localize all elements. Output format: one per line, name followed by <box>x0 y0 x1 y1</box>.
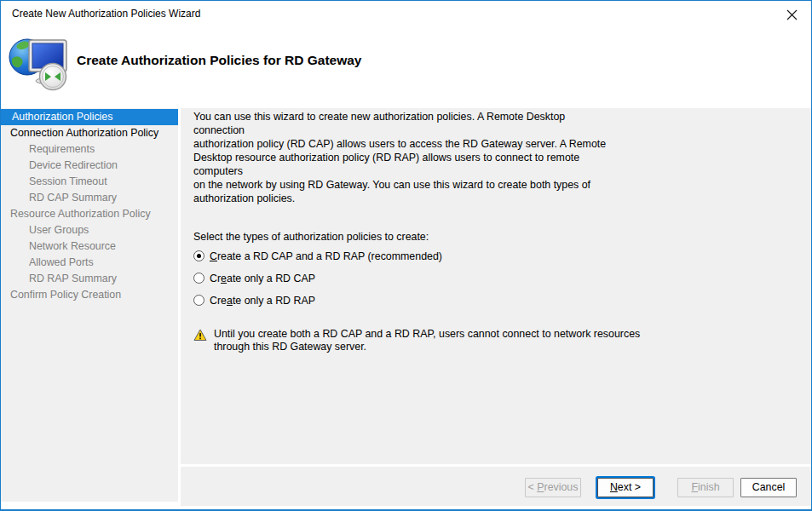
page-title: Create Authorization Policies for RD Gat… <box>77 53 361 68</box>
sidebar-item-rd-rap-summary: RD RAP Summary <box>1 271 178 287</box>
warning-note: Until you create both a RD CAP and a RD … <box>193 328 794 353</box>
previous-button[interactable]: < Previous <box>525 478 581 497</box>
sidebar-item-connection-authorization-policy: Connection Authorization Policy <box>1 125 178 141</box>
wizard-button-bar: < Previous Next > Finish Cancel <box>181 467 811 506</box>
sidebar-item-confirm-policy-creation: Confirm Policy Creation <box>1 287 178 303</box>
sidebar-item-device-redirection: Device Redirection <box>1 158 178 174</box>
wizard-page-content: You can use this wizard to create new au… <box>181 108 811 464</box>
sidebar-item-authorization-policies: Authorization Policies <box>1 109 178 125</box>
radio-button-selected[interactable] <box>193 250 204 261</box>
sidebar-item-rd-cap-summary: RD CAP Summary <box>1 190 178 206</box>
wizard-window: Create New Authorization Policies Wizard <box>0 0 812 511</box>
radio-create-only-rap[interactable]: Create only a RD RAP <box>193 290 794 310</box>
next-button[interactable]: Next > <box>597 478 654 497</box>
sidebar-item-requirements: Requirements <box>1 141 178 158</box>
finish-button[interactable]: Finish <box>677 478 734 497</box>
sidebar-item-user-groups: User Groups <box>1 222 178 238</box>
radio-label: Create a RD CAP and a RD RAP (recommende… <box>210 250 442 262</box>
sidebar-item-allowed-ports: Allowed Ports <box>1 255 178 271</box>
intro-text: You can use this wizard to create new au… <box>193 110 611 205</box>
window-title: Create New Authorization Policies Wizard <box>12 1 200 27</box>
warning-text: Until you create both a RD CAP and a RD … <box>214 328 640 353</box>
radio-group-label: Select the types of authorization polici… <box>193 230 794 244</box>
sidebar-item-resource-authorization-policy: Resource Authorization Policy <box>1 206 178 222</box>
sidebar-item-network-resource: Network Resource <box>1 238 178 255</box>
wizard-header: Create Authorization Policies for RD Gat… <box>1 27 811 109</box>
wizard-steps-sidebar: Authorization Policies Connection Author… <box>1 108 178 502</box>
close-button[interactable] <box>780 3 803 26</box>
radio-label: Create only a RD RAP <box>210 295 315 307</box>
cancel-button[interactable]: Cancel <box>740 478 797 497</box>
warning-icon <box>193 329 207 342</box>
rd-gateway-icon <box>9 35 68 91</box>
radio-create-only-cap[interactable]: Create only a RD CAP <box>193 268 794 288</box>
radio-create-cap-and-rap[interactable]: Create a RD CAP and a RD RAP (recommende… <box>193 246 794 266</box>
close-icon <box>786 9 798 20</box>
sidebar-item-session-timeout: Session Timeout <box>1 174 178 190</box>
radio-label: Create only a RD CAP <box>210 273 315 284</box>
titlebar: Create New Authorization Policies Wizard <box>1 1 811 27</box>
radio-button[interactable] <box>193 273 204 284</box>
radio-button[interactable] <box>193 295 204 306</box>
